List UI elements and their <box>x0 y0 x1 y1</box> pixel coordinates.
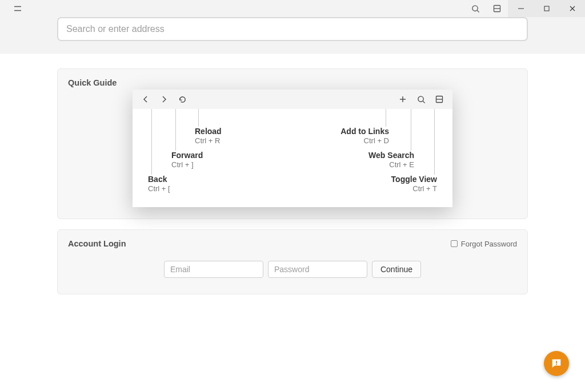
chat-support-button[interactable] <box>544 351 569 376</box>
mini-browser-preview: Reload Ctrl + R Forward Ctrl + ] Back Ct… <box>133 90 452 207</box>
hint-web-search: Web Search Ctrl + E <box>368 151 414 169</box>
leader-line <box>411 109 411 151</box>
forgot-password-label: Forgot Password <box>461 240 517 248</box>
continue-button[interactable]: Continue <box>372 261 421 278</box>
svg-rect-14 <box>556 361 557 363</box>
mini-browser-toolbar <box>133 90 452 109</box>
svg-point-10 <box>418 96 423 101</box>
account-login-panel: Account Login Forgot Password Continue <box>57 229 528 294</box>
mini-toggle-view-button[interactable] <box>431 91 448 107</box>
mini-reload-button[interactable] <box>174 91 191 107</box>
window-close-button[interactable] <box>559 0 585 17</box>
address-bar-area <box>0 17 585 54</box>
hint-add-to-links: Add to Links Ctrl + D <box>340 127 389 145</box>
quick-guide-panel: Quick Guide <box>57 68 528 219</box>
hint-forward: Forward Ctrl + ] <box>171 151 203 169</box>
account-login-title: Account Login <box>68 239 451 248</box>
leader-line <box>198 109 199 127</box>
mini-back-button[interactable] <box>137 91 154 107</box>
leader-line <box>175 109 176 151</box>
hint-toggle-view: Toggle View Ctrl + T <box>391 175 437 193</box>
password-field[interactable] <box>268 261 367 278</box>
mini-search-button[interactable] <box>412 91 430 107</box>
leader-line <box>434 109 435 175</box>
svg-point-0 <box>472 5 477 10</box>
chat-alert-icon <box>550 357 563 370</box>
address-input[interactable] <box>57 17 528 41</box>
window-minimize-button[interactable] <box>508 0 534 17</box>
svg-line-11 <box>423 101 424 103</box>
forgot-password-link[interactable]: Forgot Password <box>451 240 517 248</box>
leader-line <box>151 109 152 175</box>
window-titlebar <box>0 0 585 17</box>
hamburger-menu-icon[interactable] <box>7 5 29 13</box>
split-view-icon[interactable] <box>486 0 508 17</box>
svg-rect-15 <box>556 364 557 365</box>
mini-forward-button[interactable] <box>155 91 173 107</box>
search-icon[interactable] <box>464 0 486 17</box>
mini-add-link-button[interactable] <box>394 91 411 107</box>
quick-guide-title: Quick Guide <box>58 69 527 90</box>
hint-back: Back Ctrl + [ <box>148 175 170 193</box>
svg-rect-5 <box>544 6 549 11</box>
checkbox-icon <box>451 240 458 247</box>
window-maximize-button[interactable] <box>534 0 559 17</box>
svg-line-1 <box>477 10 479 12</box>
email-field[interactable] <box>164 261 263 278</box>
hint-reload: Reload Ctrl + R <box>195 127 222 145</box>
leader-line <box>386 109 386 127</box>
